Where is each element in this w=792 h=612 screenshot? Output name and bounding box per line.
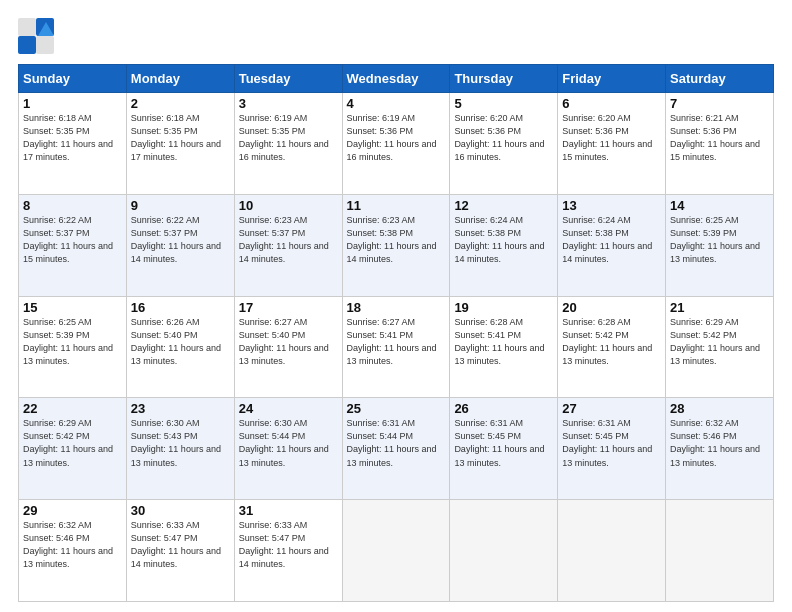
calendar-day-cell [450,500,558,602]
day-info: Sunrise: 6:20 AM Sunset: 5:36 PM Dayligh… [562,112,661,164]
day-number: 27 [562,401,661,416]
day-number: 18 [347,300,446,315]
calendar-day-cell: 8 Sunrise: 6:22 AM Sunset: 5:37 PM Dayli… [19,194,127,296]
day-number: 30 [131,503,230,518]
calendar-day-cell: 1 Sunrise: 6:18 AM Sunset: 5:35 PM Dayli… [19,93,127,195]
day-info: Sunrise: 6:30 AM Sunset: 5:44 PM Dayligh… [239,417,338,469]
day-info: Sunrise: 6:22 AM Sunset: 5:37 PM Dayligh… [131,214,230,266]
calendar-week-row: 29 Sunrise: 6:32 AM Sunset: 5:46 PM Dayl… [19,500,774,602]
day-info: Sunrise: 6:33 AM Sunset: 5:47 PM Dayligh… [131,519,230,571]
day-info: Sunrise: 6:30 AM Sunset: 5:43 PM Dayligh… [131,417,230,469]
day-info: Sunrise: 6:23 AM Sunset: 5:37 PM Dayligh… [239,214,338,266]
day-number: 6 [562,96,661,111]
calendar-day-cell: 14 Sunrise: 6:25 AM Sunset: 5:39 PM Dayl… [666,194,774,296]
calendar-day-cell: 12 Sunrise: 6:24 AM Sunset: 5:38 PM Dayl… [450,194,558,296]
day-of-week-header: Saturday [666,65,774,93]
day-info: Sunrise: 6:27 AM Sunset: 5:41 PM Dayligh… [347,316,446,368]
day-info: Sunrise: 6:24 AM Sunset: 5:38 PM Dayligh… [454,214,553,266]
day-number: 19 [454,300,553,315]
calendar-table: SundayMondayTuesdayWednesdayThursdayFrid… [18,64,774,602]
calendar-day-cell: 19 Sunrise: 6:28 AM Sunset: 5:41 PM Dayl… [450,296,558,398]
day-info: Sunrise: 6:32 AM Sunset: 5:46 PM Dayligh… [670,417,769,469]
calendar-day-cell: 3 Sunrise: 6:19 AM Sunset: 5:35 PM Dayli… [234,93,342,195]
calendar-day-cell: 5 Sunrise: 6:20 AM Sunset: 5:36 PM Dayli… [450,93,558,195]
day-number: 31 [239,503,338,518]
calendar-header-row: SundayMondayTuesdayWednesdayThursdayFrid… [19,65,774,93]
calendar-day-cell [342,500,450,602]
day-info: Sunrise: 6:18 AM Sunset: 5:35 PM Dayligh… [23,112,122,164]
day-number: 21 [670,300,769,315]
day-info: Sunrise: 6:28 AM Sunset: 5:41 PM Dayligh… [454,316,553,368]
calendar-week-row: 15 Sunrise: 6:25 AM Sunset: 5:39 PM Dayl… [19,296,774,398]
calendar-day-cell: 31 Sunrise: 6:33 AM Sunset: 5:47 PM Dayl… [234,500,342,602]
day-info: Sunrise: 6:28 AM Sunset: 5:42 PM Dayligh… [562,316,661,368]
day-number: 5 [454,96,553,111]
calendar-day-cell: 13 Sunrise: 6:24 AM Sunset: 5:38 PM Dayl… [558,194,666,296]
day-number: 25 [347,401,446,416]
calendar-day-cell [558,500,666,602]
day-number: 26 [454,401,553,416]
svg-rect-3 [36,36,54,54]
day-number: 1 [23,96,122,111]
day-info: Sunrise: 6:32 AM Sunset: 5:46 PM Dayligh… [23,519,122,571]
calendar-day-cell: 21 Sunrise: 6:29 AM Sunset: 5:42 PM Dayl… [666,296,774,398]
day-info: Sunrise: 6:33 AM Sunset: 5:47 PM Dayligh… [239,519,338,571]
day-number: 16 [131,300,230,315]
day-number: 10 [239,198,338,213]
day-of-week-header: Friday [558,65,666,93]
header [18,18,774,54]
day-number: 29 [23,503,122,518]
day-number: 22 [23,401,122,416]
day-info: Sunrise: 6:26 AM Sunset: 5:40 PM Dayligh… [131,316,230,368]
calendar-day-cell: 24 Sunrise: 6:30 AM Sunset: 5:44 PM Dayl… [234,398,342,500]
page: SundayMondayTuesdayWednesdayThursdayFrid… [0,0,792,612]
calendar-day-cell: 17 Sunrise: 6:27 AM Sunset: 5:40 PM Dayl… [234,296,342,398]
day-of-week-header: Tuesday [234,65,342,93]
day-of-week-header: Monday [126,65,234,93]
logo [18,18,56,54]
svg-rect-2 [18,36,36,54]
day-number: 8 [23,198,122,213]
day-info: Sunrise: 6:25 AM Sunset: 5:39 PM Dayligh… [23,316,122,368]
calendar-week-row: 22 Sunrise: 6:29 AM Sunset: 5:42 PM Dayl… [19,398,774,500]
day-number: 9 [131,198,230,213]
calendar-day-cell: 9 Sunrise: 6:22 AM Sunset: 5:37 PM Dayli… [126,194,234,296]
logo-icon [18,18,54,54]
calendar-day-cell [666,500,774,602]
svg-rect-0 [18,18,36,36]
calendar-day-cell: 16 Sunrise: 6:26 AM Sunset: 5:40 PM Dayl… [126,296,234,398]
calendar-day-cell: 20 Sunrise: 6:28 AM Sunset: 5:42 PM Dayl… [558,296,666,398]
day-info: Sunrise: 6:31 AM Sunset: 5:45 PM Dayligh… [562,417,661,469]
day-of-week-header: Thursday [450,65,558,93]
day-info: Sunrise: 6:19 AM Sunset: 5:36 PM Dayligh… [347,112,446,164]
day-info: Sunrise: 6:18 AM Sunset: 5:35 PM Dayligh… [131,112,230,164]
day-number: 4 [347,96,446,111]
calendar-day-cell: 30 Sunrise: 6:33 AM Sunset: 5:47 PM Dayl… [126,500,234,602]
day-info: Sunrise: 6:21 AM Sunset: 5:36 PM Dayligh… [670,112,769,164]
day-number: 20 [562,300,661,315]
day-number: 17 [239,300,338,315]
calendar-day-cell: 29 Sunrise: 6:32 AM Sunset: 5:46 PM Dayl… [19,500,127,602]
day-number: 2 [131,96,230,111]
day-number: 7 [670,96,769,111]
day-number: 13 [562,198,661,213]
day-info: Sunrise: 6:23 AM Sunset: 5:38 PM Dayligh… [347,214,446,266]
calendar-day-cell: 28 Sunrise: 6:32 AM Sunset: 5:46 PM Dayl… [666,398,774,500]
day-info: Sunrise: 6:31 AM Sunset: 5:45 PM Dayligh… [454,417,553,469]
day-number: 11 [347,198,446,213]
day-info: Sunrise: 6:24 AM Sunset: 5:38 PM Dayligh… [562,214,661,266]
calendar-day-cell: 15 Sunrise: 6:25 AM Sunset: 5:39 PM Dayl… [19,296,127,398]
calendar-day-cell: 4 Sunrise: 6:19 AM Sunset: 5:36 PM Dayli… [342,93,450,195]
day-number: 12 [454,198,553,213]
calendar-day-cell: 22 Sunrise: 6:29 AM Sunset: 5:42 PM Dayl… [19,398,127,500]
calendar-day-cell: 27 Sunrise: 6:31 AM Sunset: 5:45 PM Dayl… [558,398,666,500]
calendar-day-cell: 2 Sunrise: 6:18 AM Sunset: 5:35 PM Dayli… [126,93,234,195]
calendar-week-row: 8 Sunrise: 6:22 AM Sunset: 5:37 PM Dayli… [19,194,774,296]
calendar-day-cell: 18 Sunrise: 6:27 AM Sunset: 5:41 PM Dayl… [342,296,450,398]
calendar-day-cell: 6 Sunrise: 6:20 AM Sunset: 5:36 PM Dayli… [558,93,666,195]
day-info: Sunrise: 6:29 AM Sunset: 5:42 PM Dayligh… [23,417,122,469]
calendar-day-cell: 7 Sunrise: 6:21 AM Sunset: 5:36 PM Dayli… [666,93,774,195]
day-info: Sunrise: 6:22 AM Sunset: 5:37 PM Dayligh… [23,214,122,266]
day-number: 14 [670,198,769,213]
day-info: Sunrise: 6:25 AM Sunset: 5:39 PM Dayligh… [670,214,769,266]
